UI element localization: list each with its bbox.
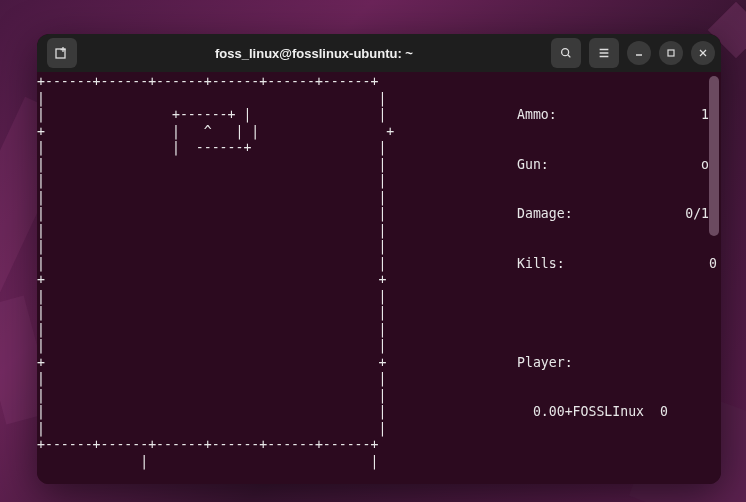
blank-line [517, 305, 717, 322]
scrollbar-thumb[interactable] [709, 76, 719, 236]
kills-value: 0 [565, 256, 717, 273]
damage-label: Damage: [517, 206, 573, 223]
gun-value: ok [549, 157, 717, 174]
damage-value: 0/10 [573, 206, 717, 223]
game-map: +------+------+------+------+------+----… [37, 74, 394, 470]
new-tab-button[interactable] [47, 38, 77, 68]
hamburger-icon [597, 46, 611, 60]
stat-damage: Damage: 0/10 [517, 206, 717, 223]
svg-rect-9 [668, 50, 674, 56]
search-button[interactable] [551, 38, 581, 68]
player-label: Player: [517, 355, 717, 372]
new-tab-icon [54, 45, 70, 61]
player-line: 0.00+FOSSLInux 0 [517, 404, 717, 421]
window-title: foss_linux@fosslinux-ubuntu: ~ [77, 46, 551, 61]
close-button[interactable] [691, 41, 715, 65]
svg-rect-0 [56, 49, 65, 58]
minimize-icon [634, 48, 644, 58]
close-icon [698, 48, 708, 58]
titlebar: foss_linux@fosslinux-ubuntu: ~ [37, 34, 721, 72]
terminal-window: foss_linux@fosslinux-ubuntu: ~ [37, 34, 721, 484]
stat-kills: Kills: 0 [517, 256, 717, 273]
search-icon [559, 46, 573, 60]
stats-panel: Ammo: 15 Gun: ok Damage: 0/10 Kills: 0 P… [517, 74, 717, 484]
minimize-button[interactable] [627, 41, 651, 65]
gun-label: Gun: [517, 157, 549, 174]
ammo-label: Ammo: [517, 107, 557, 124]
svg-point-3 [562, 49, 569, 56]
stat-ammo: Ammo: 15 [517, 107, 717, 124]
blank-line [517, 454, 717, 471]
menu-button[interactable] [589, 38, 619, 68]
maximize-icon [666, 48, 676, 58]
terminal-body[interactable]: +------+------+------+------+------+----… [37, 72, 721, 484]
stat-gun: Gun: ok [517, 157, 717, 174]
svg-line-4 [568, 55, 571, 58]
maximize-button[interactable] [659, 41, 683, 65]
ammo-value: 15 [557, 107, 717, 124]
kills-label: Kills: [517, 256, 565, 273]
